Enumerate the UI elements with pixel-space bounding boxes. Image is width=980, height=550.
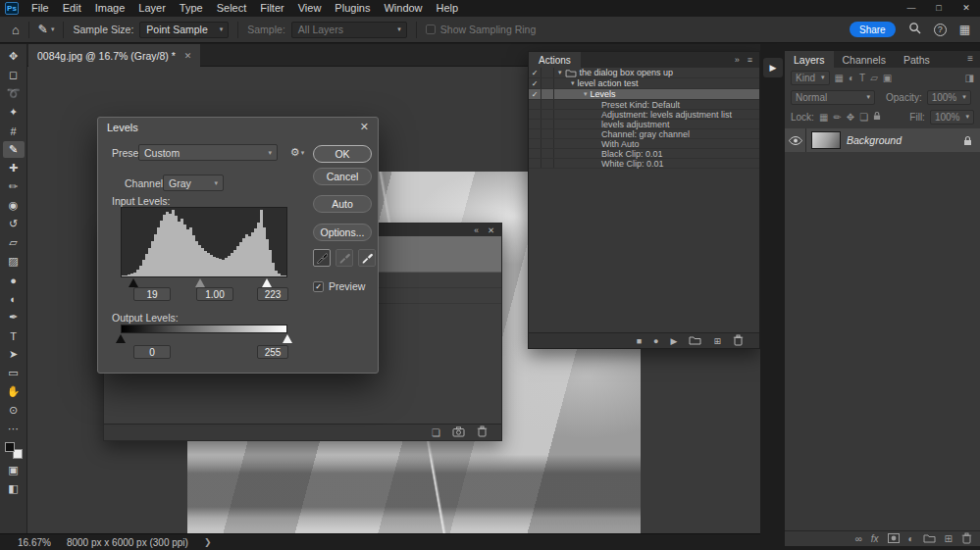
share-button[interactable]: Share	[850, 22, 896, 37]
menu-file[interactable]: File	[25, 0, 56, 17]
document-tab[interactable]: 0084g.jpg @ 16.7% (Gray/8) * ✕	[28, 44, 200, 67]
edit-toolbar-icon[interactable]: ⋯	[3, 421, 25, 437]
tool-clone-stamp[interactable]: ◉	[3, 197, 25, 214]
blend-mode-dropdown[interactable]: Normal ▾	[791, 90, 875, 105]
action-detail-row[interactable]: White Clip: 0.01	[529, 159, 759, 169]
dialog-toggle[interactable]	[542, 68, 554, 77]
tool-hand[interactable]: ✋	[3, 383, 25, 400]
white-point-eyedropper-icon[interactable]	[358, 249, 376, 267]
tool-type[interactable]: T	[3, 327, 25, 344]
options-button[interactable]: Options...	[313, 224, 372, 241]
new-snapshot-button[interactable]	[452, 426, 465, 439]
input-black-field[interactable]: 19	[133, 287, 171, 301]
play-button[interactable]: ▶	[671, 336, 678, 346]
tab-layers[interactable]: Layers	[785, 51, 834, 68]
tool-pen[interactable]: ✒	[3, 309, 25, 325]
color-swatches[interactable]	[5, 442, 23, 459]
tool-dodge[interactable]: ◐	[3, 290, 25, 307]
layer-visibility-toggle[interactable]	[785, 128, 806, 152]
stop-button[interactable]: ■	[637, 336, 642, 346]
tool-healing-brush[interactable]: ✚	[3, 160, 25, 176]
new-action-button[interactable]: ⊞	[713, 336, 721, 346]
menu-filter[interactable]: Filter	[253, 0, 290, 17]
dialog-toggle[interactable]	[542, 78, 554, 88]
quick-mask-button[interactable]: ▣	[3, 462, 25, 478]
close-button[interactable]: ✕	[953, 0, 980, 17]
new-group-icon[interactable]	[923, 533, 936, 545]
tool-eraser[interactable]: ▱	[3, 234, 25, 251]
tool-history-brush[interactable]: ↺	[3, 216, 25, 232]
tool-brush[interactable]: ✏	[3, 178, 25, 195]
input-gamma-field[interactable]: 1.00	[196, 287, 233, 301]
active-tool-icon[interactable]: ✎ ▾	[38, 23, 55, 36]
new-adjustment-layer-icon[interactable]: ◐	[908, 533, 914, 544]
filter-type-icon[interactable]: T	[859, 73, 865, 83]
dialog-toggle[interactable]	[542, 89, 554, 99]
output-black-field[interactable]: 0	[133, 345, 171, 359]
close-icon[interactable]: ✕	[360, 121, 369, 133]
lock-all-icon[interactable]	[873, 111, 881, 123]
opacity-field[interactable]: 100% ▾	[927, 90, 971, 105]
preset-dropdown[interactable]: Custom ▾	[138, 144, 278, 161]
filter-adjustment-icon[interactable]: ◐	[849, 73, 854, 83]
cancel-button[interactable]: Cancel	[313, 168, 372, 185]
fill-field[interactable]: 100% ▾	[930, 110, 974, 125]
help-icon[interactable]: ?	[934, 24, 947, 36]
tool-object-selection[interactable]: ✦	[3, 104, 25, 121]
gray-point-eyedropper-icon[interactable]	[335, 249, 353, 267]
foreground-color-swatch[interactable]	[5, 442, 15, 452]
tool-move[interactable]: ✥	[3, 48, 25, 65]
action-set-row[interactable]: ✓ ▾ the dialog box opens up	[529, 68, 759, 78]
menu-edit[interactable]: Edit	[56, 0, 88, 17]
ok-button[interactable]: OK	[313, 145, 372, 163]
lock-artboard-icon[interactable]: ❏	[859, 112, 868, 123]
tool-lasso[interactable]: ➰	[3, 85, 25, 102]
add-layer-mask-icon[interactable]	[888, 533, 900, 545]
workspace-icon[interactable]: ▦	[959, 23, 970, 36]
panel-menu-icon[interactable]: ≡	[960, 51, 980, 68]
new-set-folder-icon[interactable]	[689, 335, 701, 347]
layer-row-background[interactable]: Background	[785, 128, 980, 152]
filter-kind-dropdown[interactable]: Kind ▾	[791, 71, 830, 85]
auto-button[interactable]: Auto	[313, 195, 372, 213]
lock-transparency-icon[interactable]: ▦	[819, 112, 828, 123]
collapse-icon[interactable]: »	[735, 55, 740, 65]
close-icon[interactable]: ✕	[488, 225, 494, 235]
tab-paths[interactable]: Paths	[895, 51, 939, 68]
sample-size-dropdown[interactable]: Point Sample ▾	[139, 22, 229, 38]
preview-checkbox[interactable]: ✓	[313, 281, 324, 292]
tool-zoom[interactable]: ⊙	[3, 402, 25, 419]
filter-shape-icon[interactable]: ▱	[870, 73, 878, 83]
menu-image[interactable]: Image	[88, 0, 132, 17]
tab-actions[interactable]: Actions	[529, 52, 581, 68]
delete-state-button[interactable]	[477, 425, 488, 439]
filter-pixel-icon[interactable]: ▦	[835, 73, 844, 83]
link-layers-icon[interactable]: ∞	[855, 533, 862, 544]
output-black-slider[interactable]	[116, 334, 126, 343]
home-icon[interactable]: ⌂	[12, 23, 20, 37]
tool-rectangle[interactable]: ▭	[3, 365, 25, 381]
menu-type[interactable]: Type	[173, 0, 210, 17]
menu-select[interactable]: Select	[210, 0, 254, 17]
collapsed-actions-panel-icon[interactable]: ▶	[763, 58, 783, 77]
new-layer-icon[interactable]: ⊞	[945, 533, 953, 544]
expand-arrow-icon[interactable]: ▾	[584, 90, 588, 98]
tool-blur[interactable]: ●	[3, 272, 25, 288]
menu-window[interactable]: Window	[377, 0, 429, 17]
black-point-eyedropper-icon[interactable]	[313, 249, 331, 267]
include-checkbox[interactable]: ✓	[529, 68, 542, 77]
record-button[interactable]: ●	[653, 336, 658, 346]
sample-dropdown[interactable]: All Layers ▾	[291, 22, 407, 38]
new-document-from-state-button[interactable]: ❏	[432, 427, 440, 438]
include-checkbox[interactable]: ✓	[529, 78, 542, 88]
filter-smart-object-icon[interactable]: ▣	[883, 73, 892, 83]
lock-position-icon[interactable]: ✥	[847, 112, 854, 123]
input-white-slider[interactable]	[262, 278, 272, 287]
action-detail-row[interactable]: Black Clip: 0.01	[529, 149, 759, 159]
panel-menu-icon[interactable]: ≡	[748, 55, 752, 65]
output-white-slider[interactable]	[283, 334, 292, 343]
tool-gradient[interactable]: ▨	[3, 253, 25, 270]
dialog-title-bar[interactable]: Levels ✕	[98, 118, 378, 136]
search-icon[interactable]	[908, 21, 921, 38]
delete-layer-icon[interactable]	[961, 532, 972, 546]
